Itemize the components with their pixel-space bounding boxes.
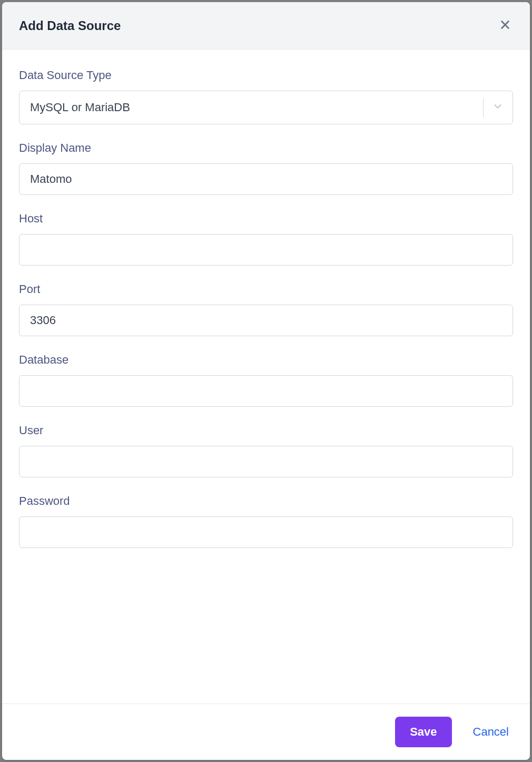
host-group: Host — [19, 212, 513, 266]
database-input[interactable] — [19, 375, 513, 407]
data-source-type-label: Data Source Type — [19, 69, 513, 82]
display-name-group: Display Name — [19, 141, 513, 195]
modal-title: Add Data Source — [19, 18, 121, 33]
modal-body: Data Source Type MySQL or MariaDB Displa… — [2, 50, 530, 704]
port-group: Port — [19, 282, 513, 336]
data-source-type-select[interactable]: MySQL or MariaDB — [19, 91, 513, 124]
host-input[interactable] — [19, 234, 513, 266]
close-button[interactable] — [497, 17, 513, 34]
user-input[interactable] — [19, 446, 513, 477]
password-label: Password — [19, 494, 513, 508]
database-group: Database — [19, 353, 513, 407]
close-icon — [499, 19, 511, 32]
host-label: Host — [19, 212, 513, 226]
save-button[interactable]: Save — [395, 717, 451, 747]
user-group: User — [19, 424, 513, 477]
password-group: Password — [19, 494, 513, 548]
password-input[interactable] — [19, 516, 513, 548]
data-source-type-value: MySQL or MariaDB — [30, 101, 130, 114]
database-label: Database — [19, 353, 513, 367]
cancel-button[interactable]: Cancel — [471, 721, 511, 743]
display-name-label: Display Name — [19, 141, 513, 155]
port-input[interactable] — [19, 305, 513, 336]
add-data-source-modal: Add Data Source Data Source Type MySQL o… — [2, 2, 530, 760]
modal-header: Add Data Source — [2, 2, 530, 50]
display-name-input[interactable] — [19, 163, 513, 195]
user-label: User — [19, 424, 513, 437]
port-label: Port — [19, 282, 513, 296]
modal-footer: Save Cancel — [2, 704, 530, 760]
data-source-type-group: Data Source Type MySQL or MariaDB — [19, 69, 513, 124]
